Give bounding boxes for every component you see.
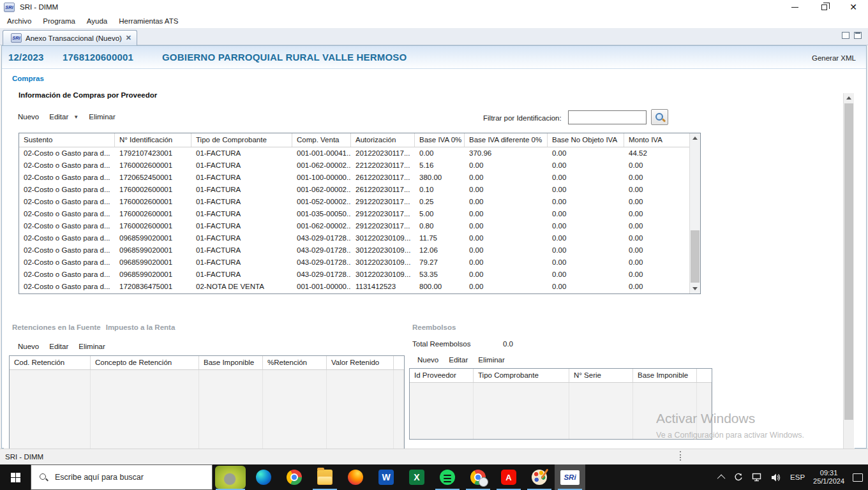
taskbar-button-word[interactable] <box>371 464 401 490</box>
column-header[interactable]: Sustento <box>19 133 115 147</box>
menu-item-programa[interactable]: Programa <box>37 15 81 27</box>
column-header[interactable]: Base No Objeto IVA <box>548 133 624 147</box>
eliminar-button[interactable]: Eliminar <box>89 113 116 121</box>
table-scrollbar-thumb[interactable] <box>691 230 700 283</box>
table-row[interactable]: 02-Costo o Gasto para d... 1760002600001… <box>19 184 691 196</box>
column-header[interactable]: Valor Retenido <box>327 356 394 369</box>
minimize-button[interactable] <box>780 0 809 14</box>
column-header[interactable]: Base Imponible <box>199 356 263 369</box>
taskbar-button-spotify[interactable] <box>432 464 463 490</box>
keyboard-language[interactable]: ESP <box>790 473 805 481</box>
taskbar-button-paint[interactable] <box>524 464 555 490</box>
editar-button[interactable]: Editar <box>49 113 68 121</box>
taskbar-button-file-explorer[interactable] <box>310 464 340 490</box>
filter-search-button[interactable] <box>651 109 668 125</box>
view-minimize-icon[interactable] <box>842 32 849 39</box>
column-header[interactable]: Base IVA 0% <box>415 133 465 147</box>
taskbar-clock[interactable]: 09:31 25/1/2024 <box>813 469 844 486</box>
compras-page: Compras Información de Compras por Prove… <box>4 70 855 449</box>
cell-base-iva-0: 380.00 <box>415 172 465 184</box>
taskbar-button-acrobat[interactable] <box>493 464 524 490</box>
table-row[interactable]: 02-Costo o Gasto para d... 1720836475001… <box>19 281 691 293</box>
generar-xml-button[interactable]: Generar XML <box>812 54 856 62</box>
column-header[interactable]: Monto IVA <box>624 133 691 147</box>
cell-comp-venta: 001-035-00050... <box>292 208 351 220</box>
table-row[interactable]: 02-Costo o Gasto para d... 0968599020001… <box>19 232 691 244</box>
column-header[interactable]: Concepto de Retención <box>91 356 199 369</box>
action-center-icon[interactable] <box>853 473 863 482</box>
cell-base-iva-diferente: 0.00 <box>465 220 548 232</box>
column-header[interactable]: Base Imponible <box>633 369 697 382</box>
close-button[interactable]: ✕ <box>839 0 868 14</box>
start-button[interactable] <box>0 464 31 490</box>
tab-close-icon[interactable]: ✕ <box>126 34 131 42</box>
cell-base-iva-diferente: 0.00 <box>465 281 548 293</box>
cell-comp-venta: 001-062-00002... <box>292 220 351 232</box>
filter-input[interactable] <box>568 110 647 124</box>
menu-item-archivo[interactable]: Archivo <box>1 15 37 27</box>
column-header[interactable]: %Retención <box>263 356 327 369</box>
cell-sustento: 02-Costo o Gasto para d... <box>19 160 115 172</box>
tab-anexo-transaccional[interactable]: Anexo Transaccional (Nuevo) ✕ <box>3 30 137 45</box>
column-header[interactable]: Cod. Retención <box>10 356 91 369</box>
taskbar-search-input[interactable] <box>55 473 202 482</box>
taskbar-button-chrome[interactable] <box>279 464 310 490</box>
cell-base-iva-0: 53.35 <box>415 269 465 281</box>
table-row[interactable]: 02-Costo o Gasto para d... 1760002600001… <box>19 196 691 208</box>
reembolsos-nuevo-button[interactable]: Nuevo <box>417 356 438 364</box>
scroll-up-icon[interactable] <box>690 133 700 143</box>
table-row[interactable]: 02-Costo o Gasto para d... 0968599020001… <box>19 256 691 269</box>
retenciones-editar-button[interactable]: Editar <box>49 343 68 350</box>
column-header[interactable]: Id Proveedor <box>410 369 474 382</box>
cell-base-iva-0: 0.25 <box>415 196 465 208</box>
editar-dropdown-icon[interactable]: ▼ <box>73 114 79 120</box>
content-scrollbar-thumb[interactable] <box>844 103 853 420</box>
retenciones-eliminar-button[interactable]: Eliminar <box>79 343 105 350</box>
reembolsos-table-body <box>410 383 712 439</box>
cell-base-iva-0: 12.06 <box>415 244 465 256</box>
cell-identificacion: 1720652450001 <box>115 172 191 184</box>
retenciones-nuevo-button[interactable]: Nuevo <box>18 343 39 350</box>
volume-icon[interactable] <box>771 473 782 482</box>
content-scrollbar[interactable] <box>843 93 854 449</box>
scroll-up-icon[interactable] <box>844 93 854 103</box>
reembolsos-editar-button[interactable]: Editar <box>449 356 468 364</box>
retenciones-table: Cod. RetenciónConcepto de RetenciónBase … <box>9 355 405 449</box>
column-header[interactable]: Autorización <box>351 133 415 147</box>
table-row[interactable]: 02-Costo o Gasto para d... 0968599020001… <box>19 269 691 281</box>
view-maximize-icon[interactable] <box>854 32 862 39</box>
table-row[interactable]: 02-Costo o Gasto para d... 1760002600001… <box>19 220 691 232</box>
sync-icon[interactable] <box>733 472 744 482</box>
network-display-icon[interactable] <box>752 473 763 482</box>
taskbar-button-3d-model-app[interactable] <box>213 464 248 490</box>
column-header[interactable]: N° Serie <box>569 369 633 382</box>
column-header[interactable]: Comp. Venta <box>292 133 351 147</box>
table-scrollbar[interactable] <box>689 133 700 293</box>
column-header[interactable]: Tipo Comprobante <box>474 369 569 382</box>
reembolsos-eliminar-button[interactable]: Eliminar <box>478 356 505 364</box>
taskbar-button-firefox[interactable] <box>340 464 371 490</box>
scroll-down-icon[interactable] <box>690 284 700 293</box>
table-row[interactable]: 02-Costo o Gasto para d... 1760002600001… <box>19 160 691 172</box>
table-row[interactable]: 02-Costo o Gasto para d... 0968599020001… <box>19 244 691 256</box>
table-row[interactable]: 02-Costo o Gasto para d... 1760002600001… <box>19 208 691 220</box>
taskbar-search[interactable] <box>31 464 213 490</box>
taskbar-button-sri-dimm[interactable] <box>555 464 585 490</box>
nuevo-button[interactable]: Nuevo <box>18 113 39 121</box>
taskbar-button-excel[interactable] <box>401 464 432 490</box>
table-row[interactable]: 02-Costo o Gasto para d... 1720652450001… <box>19 172 691 184</box>
menu-item-herramientas-ats[interactable]: Herramientas ATS <box>113 15 184 27</box>
column-header[interactable]: N° Identificación <box>115 133 191 147</box>
column-header[interactable]: Base IVA diferente 0% <box>465 133 548 147</box>
splitter-handle[interactable] <box>680 451 681 461</box>
cell-base-no-objeto: 0.00 <box>548 196 624 208</box>
column-header[interactable]: Tipo de Comprobante <box>191 133 292 147</box>
taskbar-button-edge[interactable] <box>248 464 279 490</box>
menu-bar: ArchivoProgramaAyudaHerramientas ATS <box>0 14 868 28</box>
menu-item-ayuda[interactable]: Ayuda <box>81 15 113 27</box>
tray-chevron-up-icon[interactable] <box>717 474 726 482</box>
table-row[interactable]: 02-Costo o Gasto para d... 1792107423001… <box>19 147 691 160</box>
cell-base-iva-diferente: 0.00 <box>465 172 548 184</box>
taskbar-button-chrome-profile[interactable] <box>463 464 493 490</box>
restore-button[interactable] <box>809 0 839 14</box>
